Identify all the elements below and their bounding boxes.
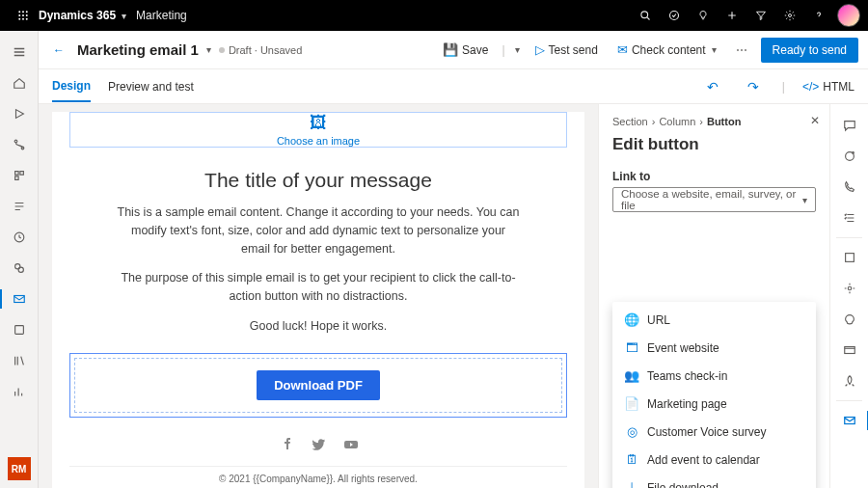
journey-icon[interactable] [0,129,39,160]
email-paragraph[interactable]: This is a sample email content. Change i… [116,203,521,258]
cta-button[interactable]: Download PDF [257,370,380,400]
chat-icon[interactable] [830,110,869,141]
email-icon[interactable] [0,284,39,314]
svg-rect-22 [845,254,854,262]
svg-point-1 [22,11,24,13]
page-title: Marketing email 1 [77,41,199,58]
task-icon[interactable] [660,0,689,31]
email-title[interactable]: The title of your message [204,169,432,192]
elements-icon[interactable] [830,242,869,273]
tab-design[interactable]: Design [52,71,91,102]
data-icon[interactable] [0,160,39,191]
email-paragraph[interactable]: Good luck! Hope it works. [250,317,387,336]
option-event-website[interactable]: 🗔Event website [612,334,816,362]
properties-panel: ✕ Section › Column › Button Edit button … [598,104,829,488]
option-cv-survey[interactable]: ◎Customer Voice survey [612,418,816,446]
help-icon[interactable] [804,0,833,31]
menu-icon[interactable] [0,37,39,68]
breadcrumb-section[interactable]: Section [612,116,648,127]
save-dropdown[interactable]: ▾ [513,41,522,59]
email-canvas[interactable]: 🖼 Choose an image The title of your mess… [39,104,598,488]
facebook-icon[interactable] [278,437,293,456]
button-block-selected[interactable]: Download PDF [69,353,567,418]
status-badge: Draft · Unsaved [219,44,302,56]
svg-point-2 [26,11,28,13]
left-nav-rail: RM [0,31,39,488]
play-icon[interactable] [0,98,39,129]
download-icon: ⭳ [624,480,639,488]
device-icon[interactable] [0,314,39,345]
globe-icon: 🌐 [624,312,639,327]
email-paragraph[interactable]: The purpose of this simple email is to g… [116,269,521,306]
email-footer[interactable]: © 2021 {{CompanyName}}. All rights reser… [69,466,567,489]
styles-icon[interactable] [830,304,869,335]
undo-button[interactable]: ↶ [701,79,724,95]
redo-button[interactable]: ↷ [742,79,765,95]
avatar[interactable] [837,4,860,27]
chevron-down-icon[interactable]: ▾ [122,11,126,21]
link-to-combobox[interactable]: Choose a website, email, survey, or file… [612,187,816,212]
html-view-button[interactable]: </>HTML [802,80,854,94]
bar-icon[interactable] [0,376,39,407]
svg-point-10 [670,12,679,20]
teams-icon: 👥 [624,368,639,383]
svg-point-7 [22,18,24,20]
email-header-icon[interactable] [830,335,869,366]
svg-rect-24 [844,347,854,354]
panel-heading: Edit button [612,135,816,154]
tab-preview[interactable]: Preview and test [108,72,194,101]
home-icon[interactable] [0,68,39,98]
email-tool-icon[interactable] [830,405,869,436]
settings2-icon[interactable] [830,273,869,304]
global-topbar: Dynamics 365 ▾ Marketing [0,0,868,31]
overflow-button[interactable]: ⋯ [730,40,753,61]
svg-point-16 [18,267,23,272]
svg-point-0 [18,11,20,13]
option-url[interactable]: 🌐URL [612,306,816,334]
image-icon: 🖼 [310,113,327,133]
link-to-label: Link to [612,170,816,183]
option-marketing-page[interactable]: 📄Marketing page [612,390,816,418]
svg-point-23 [848,286,852,290]
app-area[interactable]: Marketing [136,9,187,22]
close-icon[interactable]: ✕ [810,114,820,127]
area-switcher-badge[interactable]: RM [8,457,31,480]
ready-to-send-button[interactable]: Ready to send [761,38,858,63]
option-file-download[interactable]: ⭳File download [612,474,816,488]
svg-point-5 [26,14,28,16]
option-add-event[interactable]: 🗓Add event to calendar [612,446,816,474]
clock-icon[interactable] [0,222,39,253]
option-teams-checkin[interactable]: 👥Teams check-in [612,362,816,390]
image-placeholder[interactable]: 🖼 Choose an image [69,112,567,148]
window-icon: 🗔 [624,340,639,355]
add-icon[interactable] [718,0,746,31]
rocket-icon[interactable] [830,366,869,396]
test-send-button[interactable]: ▷Test send [529,39,604,61]
breadcrumb-column[interactable]: Column [659,116,695,127]
breadcrumb-button: Button [707,116,741,127]
chevron-down-icon[interactable]: ▾ [206,44,211,55]
assistant-icon[interactable] [830,141,869,172]
svg-point-12 [14,140,17,143]
twitter-icon[interactable] [311,437,326,456]
brand-name[interactable]: Dynamics 365 [39,9,116,22]
youtube-icon[interactable] [343,437,359,456]
list2-icon[interactable] [0,191,39,222]
task-list-icon[interactable] [830,203,869,233]
check-content-button[interactable]: ✉Check content▾ [611,39,722,61]
phone-icon[interactable] [830,172,869,203]
library-icon[interactable] [0,345,39,376]
svg-point-3 [18,14,20,16]
save-button[interactable]: 💾Save [437,39,494,61]
svg-point-4 [22,14,24,16]
segment-icon[interactable] [0,253,39,284]
search-icon[interactable] [631,0,660,31]
tab-bar: Design Preview and test ↶ ↷ | </>HTML [39,69,868,104]
back-button[interactable]: ← [48,43,69,57]
lightbulb-icon[interactable] [689,0,718,31]
chevron-down-icon: ▾ [802,195,807,205]
right-tool-rail [829,104,868,488]
app-launcher-icon[interactable] [8,10,39,21]
filter-icon[interactable] [746,0,775,31]
gear-icon[interactable] [775,0,804,31]
